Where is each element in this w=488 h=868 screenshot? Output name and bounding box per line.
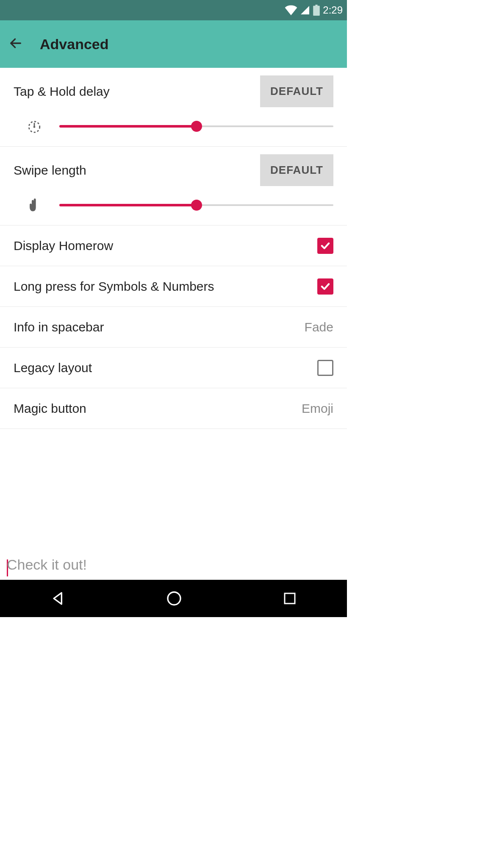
nav-home-icon[interactable] [166,590,183,607]
svg-rect-6 [285,593,295,604]
setting-legacy-layout[interactable]: Legacy layout [0,348,347,388]
setting-long-press[interactable]: Long press for Symbols & Numbers [0,266,347,307]
svg-point-4 [33,126,36,128]
info-spacebar-value: Fade [305,320,333,334]
setting-swipe-length: Swipe length DEFAULT [0,147,347,225]
setting-info-spacebar[interactable]: Info in spacebar Fade [0,307,347,348]
battery-icon [313,5,320,16]
svg-point-5 [168,592,180,605]
app-bar: Advanced [0,20,347,68]
display-homerow-label: Display Homerow [14,239,113,253]
legacy-layout-label: Legacy layout [14,361,92,375]
magic-button-value: Emoji [302,401,333,416]
svg-rect-1 [316,5,318,6]
tap-hold-slider[interactable] [59,121,333,131]
preview-placeholder: Check it out! [7,556,87,573]
long-press-checkbox[interactable] [317,278,333,295]
timer-icon [26,119,42,134]
swipe-length-label: Swipe length [14,163,86,178]
nav-back-icon[interactable] [50,590,67,607]
tap-hold-label: Tap & Hold delay [14,84,110,99]
status-bar: 2:29 [0,0,347,20]
navigation-bar [0,580,347,617]
cellular-icon [300,5,310,15]
clock-text: 2:29 [323,4,343,16]
preview-input[interactable]: Check it out! [0,553,347,580]
long-press-label: Long press for Symbols & Numbers [14,279,214,294]
info-spacebar-label: Info in spacebar [14,320,104,334]
swipe-default-button[interactable]: DEFAULT [260,154,333,186]
hand-icon [26,198,42,212]
page-title: Advanced [40,36,109,53]
setting-magic-button[interactable]: Magic button Emoji [0,388,347,429]
settings-list: Tap & Hold delay DEFAULT Swipe length DE… [0,68,347,617]
setting-tap-hold: Tap & Hold delay DEFAULT [0,68,347,147]
wifi-icon [285,5,297,15]
nav-recent-icon[interactable] [282,591,297,606]
setting-display-homerow[interactable]: Display Homerow [0,225,347,266]
back-icon[interactable] [8,36,23,52]
svg-rect-2 [314,6,319,15]
swipe-slider[interactable] [59,200,333,210]
magic-button-label: Magic button [14,401,86,416]
display-homerow-checkbox[interactable] [317,238,333,254]
legacy-layout-checkbox[interactable] [317,360,333,376]
tap-hold-default-button[interactable]: DEFAULT [260,75,333,107]
